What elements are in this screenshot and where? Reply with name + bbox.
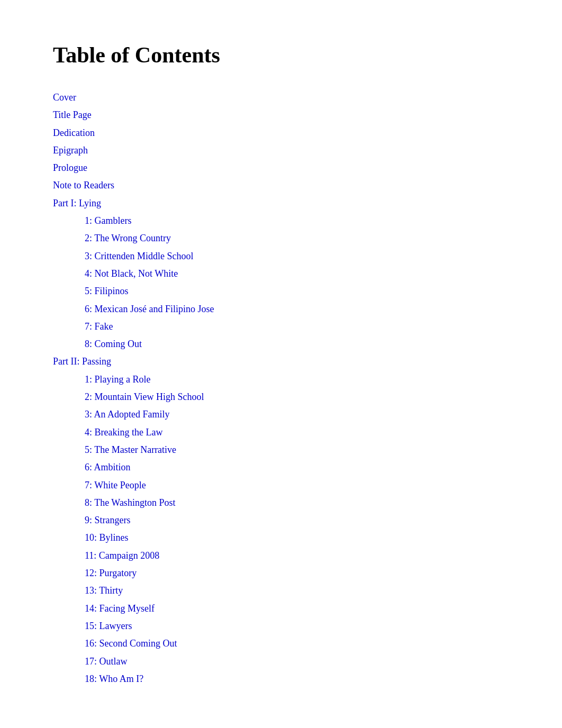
toc-link[interactable]: 2: The Wrong Country [85,233,171,243]
toc-link[interactable]: 2: Mountain View High School [85,392,204,402]
toc-item: Part I: Lying [53,195,509,212]
toc-item: 17: Outlaw [85,653,509,670]
toc-link[interactable]: 9: Strangers [85,515,130,525]
toc-link[interactable]: Epigraph [53,145,88,156]
toc-link[interactable]: 4: Not Black, Not White [85,268,178,279]
toc-link[interactable]: 5: The Master Narrative [85,444,176,455]
toc-item: 2: Mountain View High School [85,388,509,406]
toc-link[interactable]: Part II: Passing [53,356,111,367]
toc-item: 12: Purgatory [85,565,509,582]
toc-link[interactable]: 8: The Washington Post [85,497,175,508]
toc-item: 2: The Wrong Country [85,230,509,247]
toc-link[interactable]: 4: Breaking the Law [85,427,162,438]
toc-item: 4: Breaking the Law [85,424,509,441]
toc-link[interactable]: 13: Thirty [85,585,123,596]
toc-item: 5: Filipinos [85,283,509,300]
toc-link[interactable]: Prologue [53,162,87,173]
page-title: Table of Contents [53,42,509,68]
toc-link[interactable]: 10: Bylines [85,532,129,543]
toc-link[interactable]: 8: Coming Out [85,339,142,349]
toc-item: 9: Strangers [85,512,509,529]
toc-item: Dedication [53,124,509,142]
toc-link[interactable]: Note to Readers [53,180,114,190]
toc-item: 16: Second Coming Out [85,635,509,652]
toc-link[interactable]: 1: Playing a Role [85,374,151,385]
toc-item: 6: Mexican José and Filipino Jose [85,301,509,318]
toc-link[interactable]: 14: Facing Myself [85,603,155,614]
toc-item: 3: An Adopted Family [85,406,509,423]
toc-item: 7: Fake [85,318,509,335]
toc-item: Epigraph [53,142,509,159]
toc-link[interactable]: Title Page [53,110,92,120]
toc-item: 18: Who Am I? [85,670,509,688]
toc-link[interactable]: 11: Campaign 2008 [85,550,159,561]
toc-item: Title Page [53,106,509,124]
toc-link[interactable]: 17: Outlaw [85,656,128,667]
toc-link[interactable]: 5: Filipinos [85,286,129,296]
toc-item: 13: Thirty [85,582,509,599]
toc-item: 4: Not Black, Not White [85,265,509,283]
toc-link[interactable]: 6: Mexican José and Filipino Jose [85,304,214,314]
toc-link[interactable]: 15: Lawyers [85,621,132,631]
toc-item: Note to Readers [53,177,509,194]
toc-link[interactable]: Cover [53,92,76,103]
toc-item: Prologue [53,159,509,177]
toc-item: 3: Crittenden Middle School [85,248,509,265]
toc-item: 8: Coming Out [85,335,509,353]
toc-link[interactable]: 1: Gamblers [85,215,131,226]
toc-item: Cover [53,89,509,106]
toc-item: 8: The Washington Post [85,494,509,512]
toc-item: 5: The Master Narrative [85,441,509,459]
toc-link[interactable]: 12: Purgatory [85,568,137,578]
toc-link[interactable]: Dedication [53,128,95,138]
toc-link[interactable]: 7: White People [85,480,146,490]
toc-item: 14: Facing Myself [85,600,509,617]
toc-item: 6: Ambition [85,459,509,476]
toc-item: Part II: Passing [53,353,509,370]
toc-link[interactable]: 6: Ambition [85,462,131,472]
toc-list: CoverTitle PageDedicationEpigraphPrologu… [53,89,509,688]
toc-item: 10: Bylines [85,529,509,547]
toc-link[interactable]: 18: Who Am I? [85,674,143,684]
toc-link[interactable]: Part I: Lying [53,198,101,208]
toc-item: 1: Playing a Role [85,371,509,388]
toc-link[interactable]: 3: Crittenden Middle School [85,251,193,261]
toc-link[interactable]: 3: An Adopted Family [85,409,170,420]
toc-link[interactable]: 7: Fake [85,321,113,332]
toc-item: 1: Gamblers [85,212,509,230]
toc-link[interactable]: 16: Second Coming Out [85,638,177,649]
toc-item: 7: White People [85,477,509,494]
toc-item: 11: Campaign 2008 [85,547,509,565]
toc-item: 15: Lawyers [85,617,509,635]
